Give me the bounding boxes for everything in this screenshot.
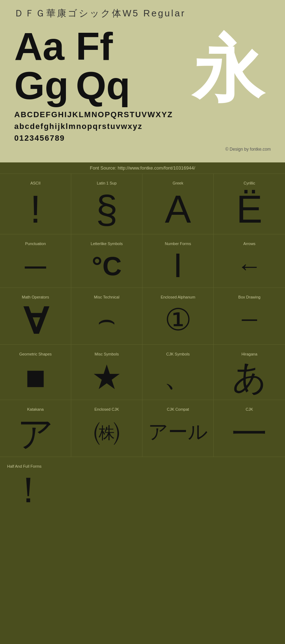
symbol-greek: Α (165, 189, 191, 229)
cell-enclosed: Enclosed Alphanum ① (142, 288, 214, 345)
dark-section: Font Source: http://www.fontke.com/font/… (0, 162, 285, 518)
symbol-cyrillic: Ë (236, 189, 262, 229)
lowercase-line: abcdefghijklmnopqrstuvwxyz (14, 120, 271, 132)
symbol-letterlike: °C (92, 250, 121, 282)
label-halffull: Half And Full Forms (0, 464, 42, 468)
alphabet-section: ABCDEFGHIJKLMNOPQRSTUVWXYZ abcdefghijklm… (14, 109, 271, 144)
copyright-text: © Design by fontke.com (14, 147, 271, 152)
large-glyphs-area: Aa Ff Gg Qq 永 (14, 27, 271, 105)
label-katakana: Katakana (27, 407, 43, 411)
symbol-enclosedCJK: ㈱ (93, 416, 120, 448)
symbol-cjkCompat: アール (148, 416, 208, 448)
uppercase-line: ABCDEFGHIJKLMNOPQRSTUVWXYZ (14, 109, 271, 120)
cell-miscSymbols: Misc Symbols ★ (71, 345, 142, 400)
symbol-latin1sup: § (96, 189, 118, 229)
glyph-qq: Qq (76, 66, 130, 105)
label-miscSymbols: Misc Symbols (95, 352, 119, 356)
cell-mathops: Math Operators ∀ (0, 288, 71, 345)
symbol-arrows: ← (237, 250, 262, 282)
glyph-ff: Ff (76, 27, 130, 66)
label-enclosed: Enclosed Alphanum (161, 295, 195, 299)
cell-greek: Greek Α (142, 174, 214, 234)
label-cjkCompat: CJK Compat (167, 407, 189, 411)
label-geometric: Geometric Shapes (19, 352, 52, 356)
cell-ascii: ASCII ! (0, 174, 71, 234)
label-greek: Greek (173, 181, 183, 185)
symbol-ascii: ! (30, 189, 41, 229)
cell-punctuation: Punctuation — (0, 234, 71, 288)
half-full-section: Half And Full Forms ！ (0, 457, 285, 518)
label-arrows: Arrows (243, 242, 255, 246)
symbol-mathops: ∀ (24, 303, 48, 339)
label-cyrillic: Cyrillic (244, 181, 255, 185)
symbol-hiragana: あ (232, 360, 267, 394)
label-hiragana: Hiragana (242, 352, 258, 356)
label-cjk: CJK (246, 407, 253, 411)
symbol-punctuation: — (25, 250, 46, 282)
label-ascii: ASCII (30, 181, 41, 185)
cell-arrows: Arrows ← (214, 234, 285, 288)
cell-latin1sup: Latin 1 Sup § (71, 174, 142, 234)
symbol-enclosed: ① (165, 303, 192, 336)
cell-hiragana: Hiragana あ (214, 345, 285, 400)
label-misctech: Misc Technical (94, 295, 119, 299)
symbol-geometric: ■ (25, 360, 46, 394)
cell-cjk: CJK 一 (214, 400, 285, 457)
cell-misctech: Misc Technical ⌢ (71, 288, 142, 345)
cell-cyrillic: Cyrillic Ë (214, 174, 285, 234)
label-latin1sup: Latin 1 Sup (97, 181, 117, 185)
digits-line: 0123456789 (14, 132, 271, 144)
symbol-miscSymbols: ★ (92, 360, 122, 394)
cell-enclosedCJK: Enclosed CJK ㈱ (71, 400, 142, 457)
label-letterlike: Letterlike Symbols (91, 242, 123, 246)
label-mathops: Math Operators (22, 295, 49, 299)
label-numberforms: Number Forms (165, 242, 191, 246)
glyph-aa: Aa (14, 27, 69, 66)
symbol-misctech: ⌢ (97, 303, 116, 336)
cell-letterlike: Letterlike Symbols °C (71, 234, 142, 288)
cell-geometric: Geometric Shapes ■ (0, 345, 71, 400)
label-boxdrawing: Box Drawing (238, 295, 260, 299)
symbol-katakana: ア (17, 416, 54, 451)
label-punctuation: Punctuation (25, 242, 46, 246)
glyph-grid: Aa Ff Gg Qq (14, 27, 130, 105)
glyph-gg: Gg (14, 66, 69, 105)
symbol-cjkSymbols: 、 (164, 360, 192, 393)
source-bar: Font Source: http://www.fontke.com/font/… (0, 162, 285, 174)
cell-cjkCompat: CJK Compat アール (142, 400, 214, 457)
cell-boxdrawing: Box Drawing ─ (214, 288, 285, 345)
top-section: ＤＦＧ華康ゴシック体W5 Regular Aa Ff Gg Qq 永 ABCDE… (0, 0, 285, 162)
symbol-numberforms: Ⅰ (173, 250, 183, 282)
symbol-cjk: 一 (232, 416, 267, 451)
label-enclosedCJK: Enclosed CJK (94, 407, 119, 411)
symbol-boxdrawing: ─ (242, 303, 257, 336)
cell-katakana: Katakana ア (0, 400, 71, 457)
font-title: ＤＦＧ華康ゴシック体W5 Regular (14, 7, 271, 20)
symbol-halffull: ！ (0, 472, 46, 508)
label-cjkSymbols: CJK Symbols (166, 352, 190, 356)
char-grid: ASCII ! Latin 1 Sup § Greek Α Cyrillic Ë… (0, 174, 285, 457)
cell-cjkSymbols: CJK Symbols 、 (142, 345, 214, 400)
kanji-glyph: 永 (192, 34, 271, 105)
cell-numberforms: Number Forms Ⅰ (142, 234, 214, 288)
